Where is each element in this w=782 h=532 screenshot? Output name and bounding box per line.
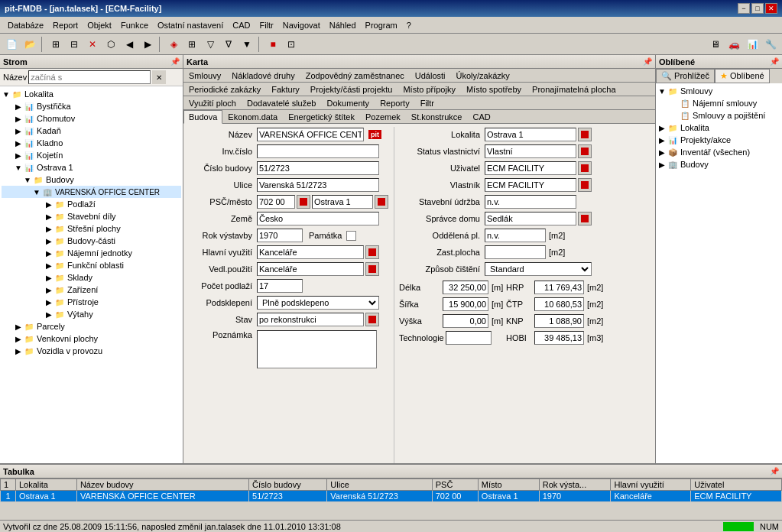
tab-vyuziti[interactable]: Využití ploch — [183, 96, 242, 109]
tab-periodicky[interactable]: Periodické zakázky — [183, 83, 266, 96]
strom-pin[interactable]: 📌 — [170, 57, 180, 66]
menu-ostatni[interactable]: Ostatní nastavení — [153, 19, 228, 31]
expand-zarizeni[interactable]: ▶ — [44, 286, 54, 294]
input-knp[interactable] — [534, 314, 584, 328]
karta-pin[interactable]: 📌 — [643, 57, 652, 66]
tree-item-kojetin[interactable]: ▶ 📊 Kojetín — [2, 149, 181, 161]
tab-zodpov[interactable]: Zodpovědný zaměstnanec — [300, 69, 410, 82]
input-spravce[interactable] — [485, 212, 576, 225]
col-nazevbudovy[interactable]: Název budovy — [76, 479, 248, 491]
tree-item-vytahy[interactable]: ▶ 📁 Výtahy — [2, 308, 181, 320]
tab-filtr[interactable]: Filtr — [415, 96, 440, 109]
menu-nahled[interactable]: Náhled — [325, 19, 361, 31]
tree-item-ostrava1[interactable]: ▼ 📊 Ostrava 1 — [2, 161, 181, 174]
input-technologie[interactable] — [446, 331, 492, 345]
input-nazev[interactable] — [257, 128, 364, 141]
uzivatel-btn[interactable] — [578, 161, 592, 175]
maximize-button[interactable]: □ — [751, 3, 764, 14]
expand-obl-smlouvy[interactable]: ▼ — [657, 87, 667, 96]
tab-ekonom[interactable]: Ekonom.data — [222, 110, 283, 123]
oblibene-item-smlovypoj[interactable]: 📋 Smlouvy a pojištění — [657, 109, 780, 122]
tree-item-kadan[interactable]: ▶ 📊 Kadaň — [2, 125, 181, 137]
menu-objekt[interactable]: Objekt — [83, 19, 116, 31]
col-psc[interactable]: PSČ — [432, 479, 478, 491]
toolbar-red[interactable]: ■ — [264, 36, 281, 53]
vlastnik-btn[interactable] — [578, 178, 592, 192]
tree-item-vozidla[interactable]: ▶ 📁 Vozidla v provozu — [2, 345, 181, 357]
expand-sklady[interactable]: ▶ — [44, 274, 54, 282]
tree-item-budovycasti[interactable]: ▶ 📁 Budovy-části — [2, 235, 181, 247]
expand-obl-projekty[interactable]: ▶ — [657, 136, 667, 144]
input-mesto[interactable] — [312, 195, 373, 209]
tree-item-voc[interactable]: ▼ 🏢 VARENSKÁ OFFICE CENTER — [2, 186, 181, 198]
input-hrp[interactable] — [534, 281, 584, 294]
stav-btn[interactable] — [365, 313, 379, 326]
expand-kojetin[interactable]: ▶ — [14, 151, 23, 160]
input-vedlpouziti[interactable] — [257, 262, 364, 276]
menu-report[interactable]: Report — [48, 19, 83, 31]
tab-prohlizec[interactable]: 🔍 Prohlížeč — [656, 69, 715, 83]
toolbar-fwd[interactable]: ▶ — [139, 36, 156, 53]
expand-stresni[interactable]: ▶ — [44, 225, 54, 233]
input-invcislo[interactable] — [257, 144, 379, 158]
toolbar-mode2[interactable]: ⊞ — [183, 36, 200, 53]
input-delka[interactable] — [443, 281, 488, 294]
toolbar-new[interactable]: 📄 — [3, 36, 20, 53]
input-vyska[interactable] — [443, 314, 488, 328]
expand-funkcni[interactable]: ▶ — [44, 261, 54, 270]
expand-kadan[interactable]: ▶ — [14, 127, 23, 135]
expand-lokalita[interactable]: ▼ — [2, 90, 11, 99]
oblibene-item-najemni[interactable]: 📋 Nájemní smlouvy — [657, 97, 780, 109]
tree-item-sklady[interactable]: ▶ 📁 Sklady — [2, 271, 181, 284]
toolbar-table[interactable]: ⊡ — [283, 36, 300, 53]
tab-projekty[interactable]: Projekty/části projektu — [305, 83, 398, 96]
input-oddelena[interactable] — [485, 229, 546, 242]
statusvlast-btn[interactable] — [578, 144, 592, 158]
expand-vozidla[interactable]: ▶ — [14, 347, 23, 355]
col-rokvysta[interactable]: Rok výsta... — [539, 479, 611, 491]
search-input[interactable] — [28, 70, 151, 84]
toolbar-delete[interactable]: ✕ — [84, 36, 101, 53]
menu-help[interactable]: ? — [402, 19, 416, 31]
input-ulice[interactable] — [257, 178, 379, 192]
toolbar-filter[interactable]: ▽ — [202, 36, 219, 53]
expand-stavdily[interactable]: ▶ — [44, 212, 54, 221]
tab-ukoly[interactable]: Úkoly/zakázky — [451, 69, 515, 82]
tab-pozemek[interactable]: Pozemek — [360, 110, 406, 123]
checkbox-pamatka[interactable] — [346, 231, 356, 241]
lokalita-btn[interactable] — [578, 128, 592, 141]
toolbar-r2[interactable]: 🚗 — [725, 36, 742, 53]
oblibene-item-budovy[interactable]: ▶ 🏢 Budovy — [657, 158, 780, 170]
tab-stkonstrukce[interactable]: St.konstrukce — [406, 110, 468, 123]
input-stav[interactable] — [257, 313, 364, 326]
input-hobi[interactable] — [534, 331, 584, 345]
input-zeme[interactable] — [257, 212, 379, 225]
tree-item-najemnij[interactable]: ▶ 📁 Nájemní jednotky — [2, 247, 181, 259]
expand-bystricka[interactable]: ▶ — [14, 102, 23, 111]
expand-obl-budovy[interactable]: ▶ — [657, 161, 667, 169]
tree-item-lokalita[interactable]: ▼ 📁 Lokalita — [2, 88, 181, 100]
col-lokalita[interactable]: Lokalita — [16, 479, 77, 491]
input-ctp[interactable] — [534, 297, 584, 311]
input-rokvystavby[interactable] — [257, 229, 303, 242]
select-podsklepeni[interactable]: Plně podsklepeno — [257, 296, 379, 310]
expand-kladno[interactable]: ▶ — [14, 139, 23, 148]
input-zastplocha[interactable] — [485, 245, 546, 259]
expand-chomutov[interactable]: ▶ — [14, 115, 23, 123]
tree-item-parcely[interactable]: ▶ 📁 Parcely — [2, 320, 181, 332]
toolbar-copy[interactable]: ⊞ — [47, 36, 64, 53]
col-cislobudovy[interactable]: Číslo budovy — [249, 479, 327, 491]
input-statusvlast[interactable] — [485, 144, 576, 158]
tab-energeticky[interactable]: Energetický štítek — [283, 110, 360, 123]
psc-red-btn[interactable] — [297, 195, 310, 209]
hlavnivyuziti-btn[interactable] — [365, 245, 379, 259]
menu-navigovat[interactable]: Navigovat — [278, 19, 325, 31]
toolbar-open[interactable]: 📂 — [21, 36, 38, 53]
tab-budova[interactable]: Budova — [183, 110, 222, 124]
vedlpouziti-btn[interactable] — [365, 262, 379, 276]
toolbar-r4[interactable]: 🔧 — [762, 36, 779, 53]
spravce-btn[interactable] — [578, 212, 592, 225]
tab-nakladove[interactable]: Nákladové druhy — [226, 69, 300, 82]
table-scroll[interactable]: 1 Lokalita Název budovy Číslo budovy Uli… — [0, 478, 782, 502]
toolbar-paste[interactable]: ⊟ — [66, 36, 83, 53]
